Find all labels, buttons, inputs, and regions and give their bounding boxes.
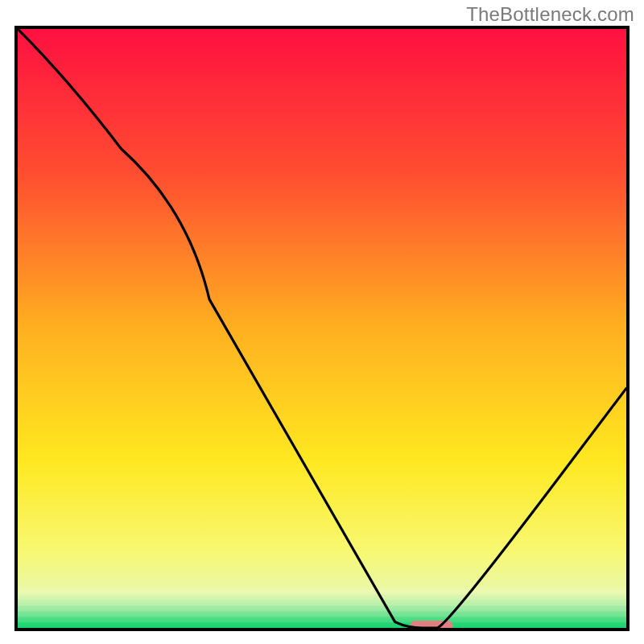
- svg-rect-2: [18, 600, 626, 606]
- svg-rect-6: [18, 622, 626, 628]
- svg-rect-1: [18, 595, 626, 601]
- svg-rect-4: [18, 611, 626, 617]
- watermark-text: TheBottleneck.com: [466, 3, 634, 26]
- heatmap-background: [18, 29, 626, 628]
- plot-svg: [18, 29, 626, 628]
- green-band: [18, 589, 626, 628]
- svg-rect-3: [18, 605, 626, 612]
- plot-frame: [14, 26, 630, 631]
- chart-container: TheBottleneck.com: [0, 0, 644, 644]
- svg-rect-0: [18, 589, 626, 596]
- svg-rect-5: [18, 617, 626, 623]
